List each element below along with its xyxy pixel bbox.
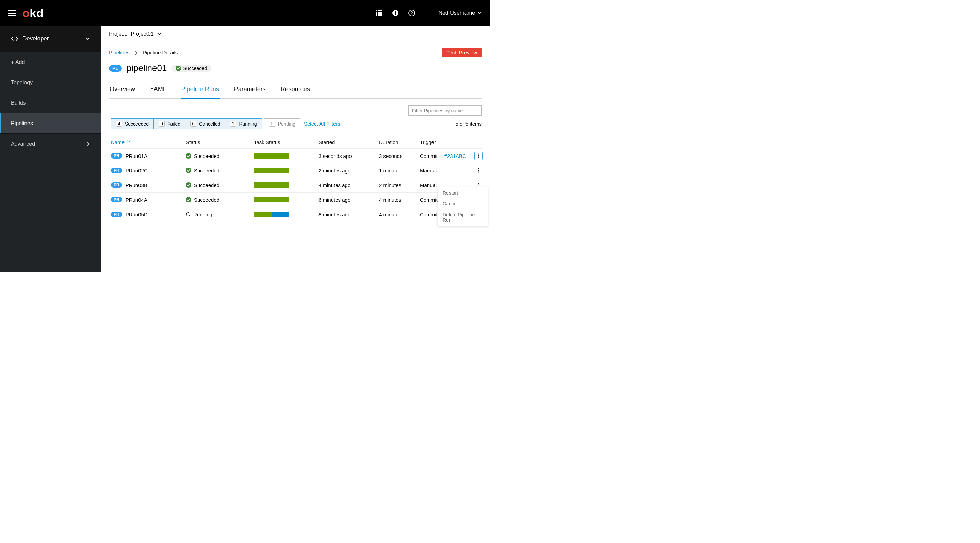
table-row: PRPRun03BSucceeded4 minutes ago2 minutes…: [111, 178, 482, 192]
trigger-cell: Commit#231ABC: [420, 153, 474, 159]
run-name[interactable]: PRun03B: [126, 183, 147, 188]
svg-point-18: [478, 170, 479, 171]
status-text: Succeeded: [194, 183, 220, 188]
breadcrumb: Pipelines ❯ Pipeline Details Tech Previe…: [109, 48, 482, 57]
svg-point-16: [478, 157, 479, 158]
svg-rect-7: [378, 14, 380, 16]
svg-rect-1: [378, 10, 380, 11]
task-status-cell: [254, 183, 318, 188]
svg-point-15: [478, 156, 479, 157]
add-icon[interactable]: [392, 10, 399, 16]
name-cell: PRPRun01A: [111, 153, 186, 159]
page-title-row: PL pipeline01 Succeeded: [109, 63, 482, 73]
started-cell: 8 minutes ago: [318, 212, 379, 218]
select-all-filters[interactable]: Select All Filters: [304, 121, 340, 127]
name-cell: PRPRun03B: [111, 183, 186, 188]
trigger-type: Manual: [420, 183, 437, 188]
trigger-type: Commit: [420, 197, 438, 203]
project-value: Project01: [130, 31, 154, 37]
dropdown-delete[interactable]: Delete Pipeline Run: [438, 209, 488, 225]
col-duration[interactable]: Duration: [379, 139, 420, 145]
resource-badge: PL: [109, 65, 122, 72]
tab-resources[interactable]: Resources: [280, 83, 311, 98]
run-name[interactable]: PRun02C: [126, 168, 148, 173]
filter-count: 0: [159, 121, 165, 127]
sidebar-item-pipelines[interactable]: Pipelines: [0, 113, 101, 133]
filter-label: Running: [239, 121, 256, 127]
help-icon[interactable]: ?: [408, 10, 415, 16]
perspective-switcher[interactable]: Developer: [0, 26, 101, 52]
filter-running[interactable]: 1Running: [225, 119, 261, 129]
status-cell: Succeeded: [186, 197, 254, 203]
help-icon[interactable]: ?: [127, 140, 131, 144]
user-name: Ned Username: [438, 10, 475, 16]
filter-cancelled[interactable]: 0Cancelled: [185, 119, 225, 129]
col-trigger[interactable]: Trigger: [420, 139, 474, 145]
chevron-right-icon: ❯: [134, 50, 138, 55]
row-actions-kebab[interactable]: [474, 152, 482, 160]
col-status[interactable]: Status: [186, 139, 254, 145]
svg-rect-4: [378, 12, 380, 14]
svg-text:?: ?: [411, 11, 413, 15]
status-cell: Succeeded: [186, 168, 254, 173]
trigger-link[interactable]: #231ABC: [444, 153, 466, 159]
resource-badge: PR: [111, 183, 122, 188]
run-name[interactable]: PRun04A: [126, 197, 147, 203]
logo[interactable]: okd: [22, 6, 43, 20]
sidebar-item-topology[interactable]: Topology: [0, 72, 101, 92]
run-name[interactable]: PRun05D: [126, 212, 148, 218]
hamburger-icon[interactable]: [8, 10, 16, 16]
status-text: Succeeded: [183, 66, 207, 71]
tab-parameters[interactable]: Parameters: [234, 83, 266, 98]
breadcrumb-current: Pipeline Details: [143, 50, 178, 56]
task-status-bar: [254, 168, 289, 173]
started-cell: 3 seconds ago: [318, 153, 379, 159]
col-name[interactable]: Name?: [111, 139, 186, 145]
trigger-cell: Manual: [420, 168, 474, 173]
check-circle-icon: [186, 153, 191, 159]
started-cell: 4 minutes ago: [318, 183, 379, 188]
duration-cell: 1 minute: [379, 168, 420, 173]
project-bar[interactable]: Project: Project01: [101, 26, 490, 42]
sidebar-item-advanced[interactable]: Advanced: [0, 133, 101, 154]
sidebar-item-add[interactable]: + Add: [0, 52, 101, 72]
status-text: Succeeded: [194, 153, 220, 159]
svg-point-14: [478, 154, 479, 155]
col-task-status[interactable]: Task Status: [254, 139, 318, 145]
user-menu[interactable]: Ned Username: [438, 10, 482, 16]
run-name[interactable]: PRun01A: [126, 153, 147, 159]
tab-overview[interactable]: Overview: [109, 83, 136, 98]
status-text: Running: [193, 212, 212, 218]
svg-rect-2: [380, 10, 382, 11]
chevron-down-icon: [157, 33, 161, 35]
filter-failed[interactable]: 0Failed: [154, 119, 185, 129]
sidebar-item-label: Advanced: [11, 141, 35, 147]
filter-input[interactable]: [408, 105, 482, 116]
row-actions-kebab[interactable]: [474, 167, 482, 175]
task-status-cell: [254, 168, 318, 173]
filter-succeeded[interactable]: 4Succeeded: [111, 119, 154, 129]
col-started[interactable]: Started: [318, 139, 379, 145]
trigger-type: Manual: [420, 168, 437, 173]
breadcrumb-root[interactable]: Pipelines: [109, 50, 130, 56]
apps-icon[interactable]: [375, 10, 382, 16]
task-status-bar: [254, 183, 289, 188]
tech-preview-badge: Tech Preview: [442, 48, 482, 57]
tab-yaml[interactable]: YAML: [150, 83, 167, 98]
sidebar-item-builds[interactable]: Builds: [0, 92, 101, 113]
tab-pipeline-runs[interactable]: Pipeline Runs: [181, 83, 220, 98]
sidebar-item-label: Builds: [11, 100, 26, 106]
table-row: PRPRun01ASucceeded3 seconds ago3 seconds…: [111, 148, 482, 163]
name-cell: PRPRun05D: [111, 212, 186, 218]
masthead-tools: ? Ned Username: [375, 10, 482, 16]
svg-rect-5: [380, 12, 382, 14]
resource-badge: PR: [111, 212, 122, 217]
filter-pending[interactable]: 0Pending: [264, 119, 300, 129]
svg-point-19: [478, 172, 479, 173]
main: Project: Project01 Pipelines ❯ Pipeline …: [101, 26, 490, 272]
task-status-bar: [254, 197, 289, 202]
status-text: Succeeded: [194, 168, 220, 173]
item-count: 5 of 5 items: [455, 121, 482, 127]
dropdown-restart[interactable]: Restart: [438, 187, 488, 198]
dropdown-cancel[interactable]: Cancel: [438, 198, 488, 209]
